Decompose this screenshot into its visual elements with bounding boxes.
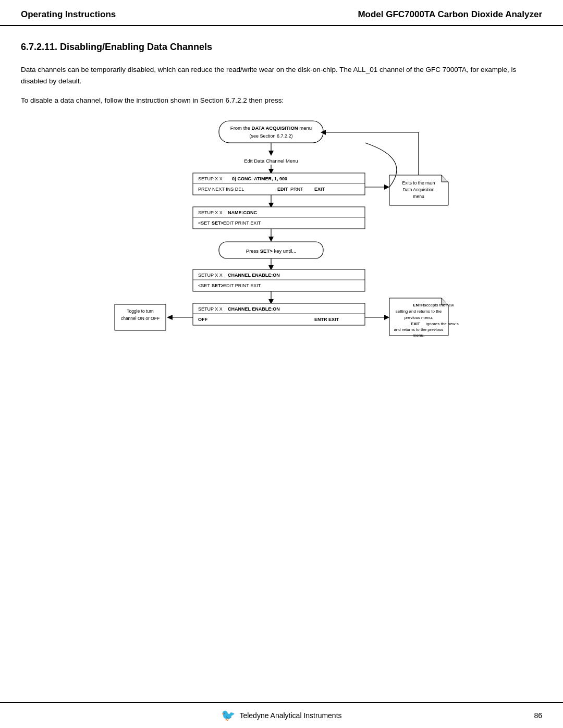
- svg-text:PREV  NEXT     INS   DEL: PREV NEXT INS DEL: [198, 187, 244, 192]
- header-right: Model GFC7000TA Carbon Dioxide Analyzer: [358, 9, 542, 20]
- main-content: 6.7.2.11. Disabling/Enabling Data Channe…: [0, 26, 563, 374]
- svg-marker-54: [167, 315, 173, 320]
- svg-marker-59: [384, 315, 389, 320]
- page-number: 86: [534, 711, 542, 720]
- body-paragraph-1: Data channels can be temporarily disable…: [21, 64, 542, 87]
- svg-text:ENTR: ENTR: [413, 303, 424, 307]
- footer-company-name: Teledyne Analytical Instruments: [239, 711, 341, 720]
- svg-text:SETUP X X: SETUP X X: [198, 176, 223, 181]
- page-header: Operating Instructions Model GFC7000TA C…: [0, 0, 563, 26]
- svg-text:channel ON or OFF: channel ON or OFF: [121, 316, 160, 321]
- svg-text:menu: menu: [413, 194, 424, 199]
- svg-marker-4: [268, 151, 274, 156]
- svg-text:EDIT: EDIT: [277, 187, 288, 192]
- svg-text:CHANNEL ENABLE:ON: CHANNEL ENABLE:ON: [228, 273, 280, 278]
- svg-marker-17: [384, 184, 389, 190]
- svg-text:EDIT   PRINT          EXIT: EDIT PRINT EXIT: [223, 220, 261, 226]
- svg-text:<SET: <SET: [198, 283, 210, 288]
- svg-text:SET>: SET>: [212, 283, 224, 288]
- svg-text:SET>: SET>: [212, 220, 224, 226]
- svg-text:0) CONC:  ATIMER,  1,     900: 0) CONC: ATIMER, 1, 900: [232, 176, 287, 181]
- svg-text:SETUP X X: SETUP X X: [198, 273, 223, 278]
- svg-text:ignores the new setting: ignores the new setting: [426, 322, 459, 326]
- svg-text:From the DATA ACQUISITION menu: From the DATA ACQUISITION menu: [230, 125, 312, 131]
- svg-text:EXIT: EXIT: [411, 322, 420, 326]
- svg-text:Press SET> key until...: Press SET> key until...: [246, 248, 296, 254]
- diagram-container: From the DATA ACQUISITION menu (see Sect…: [104, 117, 459, 353]
- svg-text:EXIT: EXIT: [314, 187, 325, 192]
- svg-text:ENTR  EXIT: ENTR EXIT: [314, 317, 339, 322]
- svg-text:NAME:CONC: NAME:CONC: [228, 210, 257, 215]
- svg-text:and returns to the previous: and returns to the previous: [394, 327, 443, 332]
- svg-marker-19: [442, 175, 448, 182]
- page-footer: 🐦 Teledyne Analytical Instruments 86: [0, 702, 563, 728]
- footer-center: 🐦 Teledyne Analytical Instruments: [221, 709, 341, 722]
- svg-text:setting and returns to the: setting and returns to the: [396, 309, 442, 314]
- svg-text:OFF: OFF: [198, 317, 207, 322]
- svg-text:accepts the new: accepts the new: [424, 303, 454, 307]
- section-title: 6.7.2.11. Disabling/Enabling Data Channe…: [21, 42, 542, 53]
- body-paragraph-2: To disable a data channel, follow the in…: [21, 95, 542, 106]
- header-left: Operating Instructions: [21, 9, 116, 20]
- svg-text:menu.: menu.: [413, 333, 424, 338]
- svg-text:<SET: <SET: [198, 220, 210, 226]
- svg-text:CHANNEL ENABLE:ON: CHANNEL ENABLE:ON: [228, 306, 280, 312]
- teledyne-logo-icon: 🐦: [221, 709, 235, 722]
- svg-text:SETUP X X: SETUP X X: [198, 210, 223, 215]
- svg-text:(see Section 6.7.2.2): (see Section 6.7.2.2): [249, 133, 292, 139]
- flowchart-diagram: From the DATA ACQUISITION menu (see Sect…: [104, 117, 459, 351]
- svg-text:previous menu.: previous menu.: [405, 315, 433, 320]
- svg-text:EDIT   PRINT          EXIT: EDIT PRINT EXIT: [223, 283, 261, 288]
- svg-text:SETUP X X: SETUP X X: [198, 306, 223, 312]
- svg-text:PRNT: PRNT: [290, 187, 303, 192]
- svg-text:Exits to the main: Exits to the main: [402, 180, 435, 186]
- svg-rect-0: [219, 121, 323, 143]
- svg-text:Edit Data Channel Menu: Edit Data Channel Menu: [244, 158, 298, 164]
- svg-marker-33: [268, 237, 274, 242]
- svg-text:Data Acquisition: Data Acquisition: [403, 187, 435, 192]
- svg-text:Toggle to turn: Toggle to turn: [127, 309, 154, 314]
